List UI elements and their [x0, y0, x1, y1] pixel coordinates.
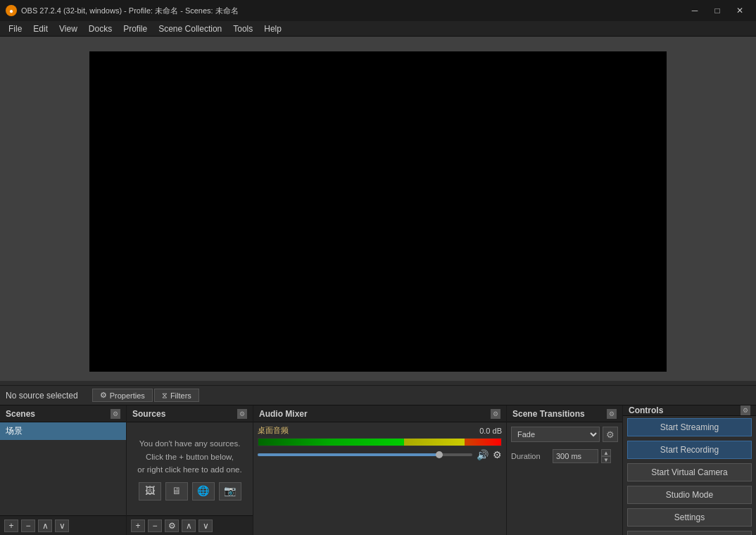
controls-config-icon[interactable]: ⚙ — [741, 405, 750, 415]
audio-track-desktop: 桌面音频 0.0 dB — [253, 422, 506, 463]
audio-mixer-panel: Audio Mixer ⚙ 桌面音频 0.0 dB — [253, 405, 507, 535]
menu-item-file[interactable]: File — [3, 23, 27, 35]
audio-config-icon[interactable]: ⚙ — [491, 409, 500, 419]
properties-tab[interactable]: ⚙ Properties — [92, 389, 153, 402]
settings-button[interactable]: Settings — [627, 508, 752, 527]
meter-red — [465, 439, 501, 446]
audio-settings-icon[interactable]: ⚙ — [493, 449, 502, 460]
audio-track-name: 桌面音频 — [258, 425, 289, 436]
audio-meter — [258, 438, 502, 446]
bottom-area: No source selected ⚙ Properties ⧖ Filter… — [0, 381, 756, 535]
scenes-footer: + − ∧ ∨ — [0, 515, 126, 535]
menu-item-tools[interactable]: Tools — [227, 23, 258, 35]
audio-meter-bar — [258, 439, 501, 446]
duration-row: Duration ▲ ▼ — [507, 446, 622, 466]
sources-empty-message[interactable]: You don't have any sources. Click the + … — [127, 422, 253, 515]
scenes-config-icon[interactable]: ⚙ — [111, 409, 120, 419]
duration-spinners: ▲ ▼ — [601, 449, 611, 463]
controls-panel: Controls ⚙ Start Streaming Start Recordi… — [623, 405, 756, 535]
minimize-button[interactable]: ─ — [684, 4, 705, 18]
window-controls: ─ □ ✕ — [684, 4, 750, 18]
audio-volume-slider[interactable] — [258, 453, 472, 456]
duration-up-button[interactable]: ▲ — [601, 449, 611, 456]
menu-item-docks[interactable]: Docks — [83, 23, 118, 35]
controls-panel-header: Controls ⚙ — [623, 405, 756, 416]
audio-db-value: 0.0 dB — [479, 427, 502, 435]
menu-item-profile[interactable]: Profile — [118, 23, 153, 35]
scene-item[interactable]: 场景 — [0, 422, 126, 440]
scene-remove-button[interactable]: − — [21, 520, 35, 532]
scene-down-button[interactable]: ∨ — [55, 520, 69, 532]
duration-label: Duration — [511, 452, 550, 460]
panels: Scenes ⚙ 场景 + − ∧ ∨ — [0, 405, 756, 535]
start-recording-button[interactable]: Start Recording — [627, 441, 752, 459]
sources-panel-icons: ⚙ — [237, 409, 247, 419]
transitions-panel-header: Scene Transitions ⚙ — [507, 405, 622, 422]
display-source-icon[interactable]: 🖥 — [165, 482, 188, 501]
menu-item-edit[interactable]: Edit — [27, 23, 53, 35]
meter-green — [258, 439, 404, 446]
transitions-config-icon[interactable]: ⚙ — [607, 409, 617, 419]
duration-input[interactable] — [553, 449, 598, 463]
image-source-icon[interactable]: 🖼 — [139, 482, 161, 501]
sources-panel-header: Sources ⚙ — [127, 405, 253, 422]
preview-canvas — [89, 51, 667, 372]
start-virtual-camera-button[interactable]: Start Virtual Camera — [627, 463, 752, 482]
menubar: FileEditViewDocksProfileScene Collection… — [0, 21, 756, 37]
audio-controls: 🔊 ⚙ — [258, 449, 502, 460]
transitions-panel-icons: ⚙ — [607, 409, 617, 419]
menu-item-view[interactable]: View — [53, 23, 83, 35]
scenes-list: 场景 — [0, 422, 126, 515]
titlebar: ● OBS 27.2.4 (32-bit, windows) - Profile… — [0, 0, 756, 21]
duration-down-button[interactable]: ▼ — [601, 456, 611, 463]
source-config-button[interactable]: ⚙ — [165, 520, 179, 532]
source-status-label: No source selected — [6, 391, 78, 401]
source-add-button[interactable]: + — [131, 520, 145, 532]
app-icon: ● — [6, 5, 17, 16]
transition-gear-button[interactable]: ⚙ — [603, 427, 618, 442]
sources-panel: Sources ⚙ You don't have any sources. Cl… — [127, 405, 253, 535]
source-type-icons: 🖼 🖥 🌐 📷 — [139, 482, 241, 501]
start-streaming-button[interactable]: Start Streaming — [627, 418, 752, 436]
menu-item-scene-collection[interactable]: Scene Collection — [153, 23, 227, 35]
audio-panel-icons: ⚙ — [491, 409, 500, 419]
audio-slider-container[interactable] — [258, 453, 472, 456]
close-button[interactable]: ✕ — [729, 4, 750, 18]
source-down-button[interactable]: ∨ — [199, 520, 213, 532]
controls-panel-icons: ⚙ — [741, 405, 750, 415]
meter-yellow — [404, 439, 465, 446]
source-status-bar: No source selected ⚙ Properties ⧖ Filter… — [0, 385, 756, 405]
preview-area — [0, 37, 756, 381]
maximize-button[interactable]: □ — [707, 4, 728, 18]
scenes-panel-icons: ⚙ — [111, 409, 120, 419]
main-layout: No source selected ⚙ Properties ⧖ Filter… — [0, 37, 756, 535]
scene-transitions-panel: Scene Transitions ⚙ Fade ⚙ Duration ▲ — [507, 405, 623, 535]
menu-item-help[interactable]: Help — [258, 23, 287, 35]
filters-tab[interactable]: ⧖ Filters — [154, 389, 199, 402]
audio-slider-fill — [258, 453, 440, 456]
audio-mixer-header: Audio Mixer ⚙ — [253, 405, 506, 422]
scenes-panel: Scenes ⚙ 场景 + − ∧ ∨ — [0, 405, 127, 535]
scenes-panel-header: Scenes ⚙ — [0, 405, 126, 422]
sources-footer: + − ⚙ ∧ ∨ — [127, 515, 253, 535]
transition-type-select[interactable]: Fade — [511, 427, 600, 442]
sources-config-icon[interactable]: ⚙ — [237, 409, 247, 419]
transition-type-row: Fade ⚙ — [507, 422, 622, 446]
gear-icon: ⚙ — [100, 391, 107, 400]
exit-button[interactable]: Exit — [627, 531, 752, 535]
audio-track-header: 桌面音频 0.0 dB — [258, 425, 502, 436]
window-title: OBS 27.2.4 (32-bit, windows) - Profile: … — [21, 6, 684, 16]
sources-empty-text: You don't have any sources. Click the + … — [137, 437, 241, 476]
source-remove-button[interactable]: − — [148, 520, 162, 532]
scene-add-button[interactable]: + — [4, 520, 18, 532]
scene-up-button[interactable]: ∧ — [38, 520, 52, 532]
source-up-button[interactable]: ∧ — [182, 520, 196, 532]
studio-mode-button[interactable]: Studio Mode — [627, 486, 752, 504]
filter-icon: ⧖ — [162, 391, 168, 400]
mute-icon[interactable]: 🔊 — [477, 449, 489, 460]
camera-source-icon[interactable]: 📷 — [219, 482, 241, 501]
browser-source-icon[interactable]: 🌐 — [192, 482, 215, 501]
audio-slider-thumb — [436, 451, 443, 458]
